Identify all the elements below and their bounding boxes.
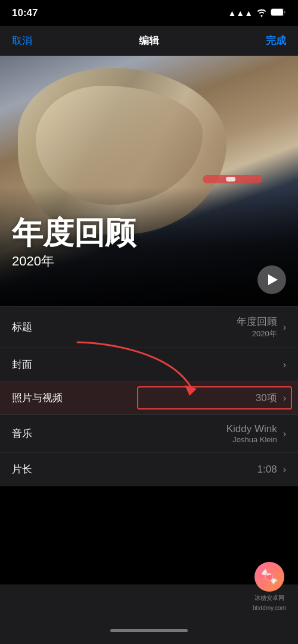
value-music: Kiddy Wink Joshua Klein › xyxy=(226,423,286,444)
music-value-main: Kiddy Wink xyxy=(226,423,277,435)
svg-rect-1 xyxy=(271,9,283,15)
watermark: 🍬 冰糖安卓网 btxtdmy.com xyxy=(253,562,286,611)
label-photos: 照片与视频 xyxy=(12,391,63,405)
status-icons: ▲▲▲ xyxy=(228,8,286,18)
photos-value-main: 30项 xyxy=(256,391,277,405)
value-cover: › xyxy=(281,359,286,370)
value-title: 年度回顾 2020年 › xyxy=(237,315,286,339)
status-time: 10:47 xyxy=(12,7,38,19)
home-indicator xyxy=(110,629,188,632)
chevron-icon-title: › xyxy=(283,322,286,333)
label-duration: 片长 xyxy=(12,462,32,476)
title-value-main: 年度回顾 xyxy=(237,315,277,329)
video-main-title: 年度回顾 xyxy=(12,216,136,250)
chevron-icon-music: › xyxy=(283,429,286,439)
settings-item-photos[interactable]: 照片与视频 30项 › xyxy=(0,382,298,415)
cancel-button[interactable]: 取消 xyxy=(12,34,32,48)
wifi-icon xyxy=(256,8,267,18)
watermark-sublabel: btxtdmy.com xyxy=(253,605,286,611)
label-music: 音乐 xyxy=(12,427,32,440)
nav-title: 编辑 xyxy=(139,34,159,48)
play-icon xyxy=(268,274,278,285)
title-value-sub: 2020年 xyxy=(237,329,277,339)
status-bar: 10:47 ▲▲▲ xyxy=(0,0,298,26)
watermark-icon: 🍬 xyxy=(254,562,284,592)
video-preview: 年度回顾 2020年 xyxy=(0,56,298,306)
signal-icon: ▲▲▲ xyxy=(228,8,253,18)
settings-item-title[interactable]: 标题 年度回顾 2020年 › xyxy=(0,307,298,348)
label-title: 标题 xyxy=(12,320,32,334)
chevron-icon-cover: › xyxy=(283,359,286,370)
settings-item-duration[interactable]: 片长 1:08 › xyxy=(0,453,298,486)
video-sub-title: 2020年 xyxy=(12,252,136,270)
video-text: 年度回顾 2020年 xyxy=(12,216,136,270)
chevron-icon-duration: › xyxy=(283,464,286,475)
settings-item-cover[interactable]: 封面 › xyxy=(0,348,298,382)
bottom-area: 🍬 冰糖安卓网 btxtdmy.com xyxy=(0,584,298,644)
value-photos: 30项 › xyxy=(256,391,286,405)
settings-list: 标题 年度回顾 2020年 › 封面 › 照片与视频 30项 › 音乐 xyxy=(0,306,298,486)
nav-bar: 取消 编辑 完成 xyxy=(0,26,298,56)
label-cover: 封面 xyxy=(12,358,32,371)
music-value-sub: Joshua Klein xyxy=(226,435,277,444)
value-duration: 1:08 › xyxy=(257,464,286,476)
chevron-icon-photos: › xyxy=(283,393,286,404)
duration-value-main: 1:08 xyxy=(257,464,277,476)
settings-item-music[interactable]: 音乐 Kiddy Wink Joshua Klein › xyxy=(0,415,298,453)
watermark-label: 冰糖安卓网 xyxy=(254,594,284,602)
battery-icon xyxy=(271,8,286,18)
play-button[interactable] xyxy=(257,265,286,294)
done-button[interactable]: 完成 xyxy=(266,34,286,48)
